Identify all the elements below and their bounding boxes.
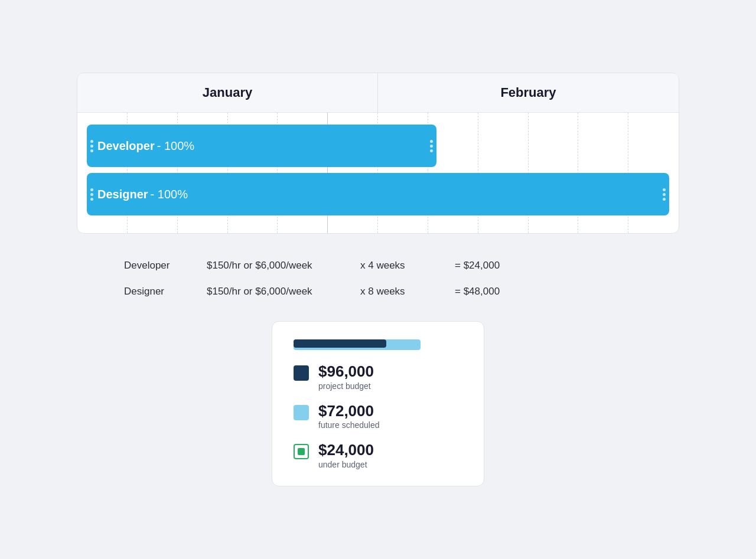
cost-row-designer: Designer $150/hr or $6,000/week x 8 week… (124, 279, 632, 305)
budget-amount-under: $24,000 (318, 442, 374, 459)
budget-desc-future: future scheduled (318, 420, 380, 430)
budget-desc-under: under budget (318, 460, 374, 469)
budget-label-future: $72,000 future scheduled (318, 403, 380, 430)
designer-role-label: Designer (124, 286, 207, 298)
cost-table: Developer $150/hr or $6,000/week x 4 wee… (77, 253, 679, 305)
developer-total-label: = $24,000 (455, 260, 549, 272)
developer-bar-dots-left (90, 140, 93, 152)
designer-bar-dots-left (90, 188, 93, 201)
cost-row-developer: Developer $150/hr or $6,000/week x 4 wee… (124, 253, 632, 279)
budget-bar-stack (294, 338, 462, 351)
budget-bar-dark (294, 339, 386, 348)
budget-item-under: $24,000 under budget (294, 442, 462, 469)
designer-rate-label: $150/hr or $6,000/week (207, 286, 360, 298)
gantt-row-designer: Designer - 100% (87, 173, 669, 215)
designer-total-label: = $48,000 (455, 286, 549, 298)
designer-bar-dots-right (663, 188, 666, 201)
gantt-rows: Developer - 100% Designer - 100% (77, 119, 679, 227)
budget-amount-future: $72,000 (318, 403, 380, 420)
gantt-chart-card: January February (77, 73, 679, 234)
budget-swatch-dark (294, 365, 309, 381)
gantt-header: January February (77, 73, 679, 113)
designer-weeks-label: x 8 weeks (360, 286, 455, 298)
developer-bar-label-bold: Developer (97, 139, 155, 153)
gantt-grid-area: Developer - 100% Designer - 100% (77, 113, 679, 233)
budget-label-project: $96,000 project budget (318, 363, 374, 391)
budget-item-future: $72,000 future scheduled (294, 403, 462, 430)
developer-bar-label-thin: - 100% (157, 139, 194, 153)
developer-gantt-bar[interactable]: Developer - 100% (87, 125, 436, 167)
budget-swatch-light (294, 405, 309, 420)
budget-amount-project: $96,000 (318, 363, 374, 380)
designer-bar-label-bold: Designer (97, 188, 148, 201)
developer-weeks-label: x 4 weeks (360, 260, 455, 272)
budget-swatch-green (294, 444, 309, 459)
developer-role-label: Developer (124, 260, 207, 272)
gantt-row-developer: Developer - 100% (87, 125, 669, 167)
budget-desc-project: project budget (318, 381, 374, 391)
budget-item-project: $96,000 project budget (294, 363, 462, 391)
designer-bar-label-thin: - 100% (151, 188, 188, 201)
gantt-month-january: January (77, 73, 378, 112)
main-container: January February (77, 73, 679, 486)
budget-bars (294, 338, 462, 351)
gantt-month-february: February (378, 73, 679, 112)
budget-swatch-green-inner (298, 448, 305, 455)
budget-card: $96,000 project budget $72,000 future sc… (272, 321, 484, 486)
budget-label-under: $24,000 under budget (318, 442, 374, 469)
developer-rate-label: $150/hr or $6,000/week (207, 260, 360, 272)
developer-bar-dots-right (430, 140, 433, 152)
designer-gantt-bar[interactable]: Designer - 100% (87, 173, 669, 215)
